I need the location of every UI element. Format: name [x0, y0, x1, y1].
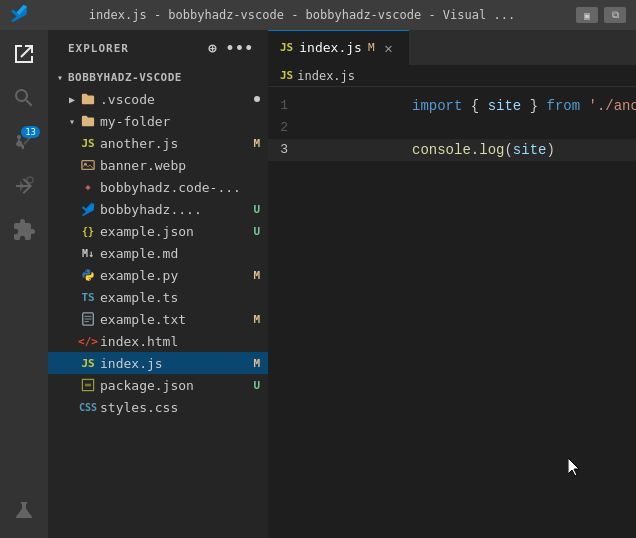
example-txt-name: example.txt — [100, 312, 249, 327]
activity-bar-bottom — [4, 490, 44, 538]
sym-close: } — [521, 98, 546, 114]
tree-root-item[interactable]: ▾ BOBBYHADZ-VSCODE — [48, 66, 268, 88]
index-html-name: index.html — [100, 334, 260, 349]
extensions-activity-icon[interactable] — [4, 210, 44, 250]
tab-close-button[interactable]: ✕ — [381, 40, 397, 56]
sidebar-header: EXPLORER ⊕ ••• — [48, 30, 268, 66]
new-file-icon[interactable]: ⊕ — [206, 38, 219, 58]
tree-item-styles-css[interactable]: CSS styles.css — [48, 396, 268, 418]
tab-label: index.js — [299, 40, 362, 55]
breadcrumb-js-icon: JS — [280, 69, 293, 82]
sym-open: { — [462, 98, 487, 114]
run-debug-activity-icon[interactable] — [4, 166, 44, 206]
myfolder-name: my-folder — [100, 114, 260, 129]
example-json-name: example.json — [100, 224, 249, 239]
tree-item-example-ts[interactable]: TS example.ts — [48, 286, 268, 308]
svg-line-3 — [24, 139, 29, 144]
vscode-logo-icon — [10, 4, 28, 26]
more-actions-icon[interactable]: ••• — [224, 38, 256, 58]
sidebar-header-actions: ⊕ ••• — [206, 38, 256, 58]
minimize-button[interactable]: ▣ — [576, 7, 598, 23]
editor-area: JS index.js M ✕ JS index.js 1 import { s… — [268, 30, 636, 538]
code-line-3: 3 console.log(site) — [268, 139, 636, 161]
maximize-button[interactable]: ⧉ — [604, 7, 626, 23]
line-number-1: 1 — [268, 95, 308, 117]
root-label: BOBBYHADZ-VSCODE — [68, 71, 260, 84]
string-path: './anoth — [589, 98, 637, 114]
source-control-activity-icon[interactable]: 13 — [4, 122, 44, 162]
line-number-2: 2 — [268, 117, 308, 139]
site-arg: site — [513, 142, 547, 158]
tab-js-icon: JS — [280, 41, 293, 54]
tree-item-my-folder[interactable]: ▾ my-folder — [48, 110, 268, 132]
dot-indicator — [254, 96, 260, 102]
another-js-name: another.js — [100, 136, 249, 151]
editor-breadcrumb: JS index.js — [268, 65, 636, 87]
paren-close: ) — [546, 142, 554, 158]
line3-indent — [392, 139, 412, 161]
myfolder-chevron-icon: ▾ — [64, 113, 80, 129]
sidebar: EXPLORER ⊕ ••• ▾ BOBBYHADZ-VSCODE ▶ .vsc… — [48, 30, 268, 538]
dot: . — [471, 142, 479, 158]
breadcrumb-filename: index.js — [297, 69, 355, 83]
js-icon-index: JS — [80, 355, 96, 371]
ts-icon-example: TS — [80, 289, 96, 305]
example-md-name: example.md — [100, 246, 260, 261]
vscode-chevron-icon: ▶ — [64, 91, 80, 107]
explorer-title: EXPLORER — [68, 42, 129, 55]
tab-modified-dot: M — [368, 41, 375, 54]
example-ts-name: example.ts — [100, 290, 260, 305]
css-icon-styles: CSS — [80, 399, 96, 415]
line-number-3: 3 — [268, 139, 308, 161]
py-icon-example — [80, 267, 96, 283]
line-content-3: console.log(site) — [308, 117, 636, 183]
console-obj: console — [412, 142, 471, 158]
js-icon-another: JS — [80, 135, 96, 151]
bobbyhadz-dots-name: bobbyhadz.... — [100, 202, 249, 217]
vscode-folder-name: .vscode — [100, 92, 250, 107]
tree-item-example-py[interactable]: example.py M — [48, 264, 268, 286]
source-control-badge: 13 — [21, 126, 40, 138]
folder-icon-myfolder — [80, 113, 96, 129]
code-editor[interactable]: 1 import { site } from './anoth 2 3 cons… — [268, 87, 636, 538]
pkg-json-icon — [80, 377, 96, 393]
package-json-name: package.json — [100, 378, 249, 393]
tree-item-vscode[interactable]: ▶ .vscode — [48, 88, 268, 110]
line1-indent — [392, 95, 412, 117]
log-fn: log — [479, 142, 504, 158]
tree-item-index-js[interactable]: JS index.js M — [48, 352, 268, 374]
file-tree: ▾ BOBBYHADZ-VSCODE ▶ .vscode ▾ — [48, 66, 268, 538]
tree-item-banner-webp[interactable]: banner.webp — [48, 154, 268, 176]
tree-item-example-txt[interactable]: example.txt M — [48, 308, 268, 330]
root-chevron-icon: ▾ — [52, 69, 68, 85]
html-icon-index: </> — [80, 333, 96, 349]
main-layout: 13 EXPLORER ⊕ — [0, 30, 636, 538]
tree-item-example-md[interactable]: M↓ example.md — [48, 242, 268, 264]
json-icon-example: {} — [80, 223, 96, 239]
code-ws-icon: ◈ — [80, 179, 96, 195]
tree-item-bobbyhadz-code[interactable]: ◈ bobbyhadz.code-... — [48, 176, 268, 198]
tree-item-another-js[interactable]: JS another.js M — [48, 132, 268, 154]
vscode-icon-bobbyhadz — [80, 201, 96, 217]
example-txt-badge: M — [253, 313, 260, 326]
search-activity-icon[interactable] — [4, 78, 44, 118]
tab-bar: JS index.js M ✕ — [268, 30, 636, 65]
tree-item-example-json[interactable]: {} example.json U — [48, 220, 268, 242]
code-line-1: 1 import { site } from './anoth — [268, 95, 636, 117]
package-json-badge: U — [253, 379, 260, 392]
example-json-badge: U — [253, 225, 260, 238]
explorer-activity-icon[interactable] — [4, 34, 44, 74]
tree-item-index-html[interactable]: </> index.html — [48, 330, 268, 352]
styles-css-name: styles.css — [100, 400, 260, 415]
txt-icon-example — [80, 311, 96, 327]
keyword-import: import — [412, 98, 462, 114]
test-activity-icon[interactable] — [4, 490, 44, 530]
activity-bar: 13 — [0, 30, 48, 538]
tab-index-js[interactable]: JS index.js M ✕ — [268, 30, 409, 65]
keyword-from: from — [546, 98, 580, 114]
svg-point-4 — [27, 177, 33, 183]
tree-item-bobbyhadz-dots[interactable]: bobbyhadz.... U — [48, 198, 268, 220]
tree-item-package-json[interactable]: package.json U — [48, 374, 268, 396]
title-bar-controls: ▣ ⧉ — [576, 7, 626, 23]
bobbyhadz-dots-badge: U — [253, 203, 260, 216]
